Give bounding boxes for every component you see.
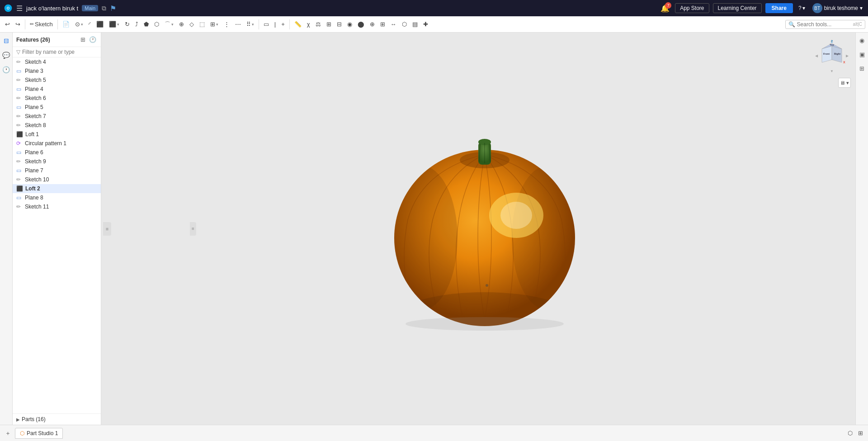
sweep-button[interactable]: ⤴ — [133, 19, 141, 29]
feature-panel-collapse[interactable]: ≡ — [190, 222, 196, 236]
help-button[interactable]: ? ▾ — [797, 3, 807, 13]
share-button[interactable]: Share — [765, 3, 793, 13]
sketch-button[interactable]: ✏ Sketch — [28, 19, 55, 29]
display-mode-button[interactable]: 🖥 ▾ — [838, 78, 851, 88]
feature-label-loft1: Loft 1 — [25, 131, 39, 138]
measure-button[interactable]: 📏 — [292, 19, 304, 29]
dimension-button[interactable]: ⬛ — [94, 19, 106, 29]
extend-face-button[interactable]: ▤ — [410, 19, 420, 29]
bottom-bar-icon-left[interactable]: ⬡ — [846, 428, 854, 438]
offset-button[interactable]: ⬚ — [197, 19, 207, 29]
loft-button[interactable]: ⬟ — [142, 19, 151, 29]
canvas-area[interactable]: ▲ ▼ ◀ ▶ Top Front Right X Z — [101, 33, 868, 425]
notification-badge: 7 — [665, 2, 671, 9]
feature-item-loft1[interactable]: ⬛Loft 1 — [13, 130, 101, 139]
bottom-bar-icon-right[interactable]: ⊞ — [857, 428, 864, 438]
feature-label-plane4: Plane 4 — [25, 86, 43, 92]
display-toggle[interactable]: ⊟ — [335, 19, 344, 29]
feature-item-sketch4[interactable]: ✏Sketch 4 — [13, 57, 101, 66]
feature-item-circular1[interactable]: ⟳Circular pattern 1 — [13, 139, 101, 148]
right-panel-icon-3[interactable]: ⊞ — [858, 63, 866, 74]
feature-item-plane8[interactable]: ▭Plane 8 — [13, 193, 101, 202]
doc-title[interactable]: jack o'lantern biruk t — [26, 5, 78, 12]
replace-face-button[interactable]: ↔ — [388, 19, 399, 29]
arc-tool-button[interactable]: ◜ — [86, 19, 93, 29]
topbar: O ☰ jack o'lantern biruk t Main ⧉ ⚑ 🔔 7 … — [0, 0, 868, 16]
svg-point-17 — [486, 284, 488, 287]
feature-item-plane6[interactable]: ▭Plane 6 — [13, 148, 101, 157]
right-panel-icon-2[interactable]: ▣ — [858, 49, 867, 60]
point-button[interactable]: + — [279, 19, 287, 29]
linear-pattern-button[interactable]: ⠿ — [244, 19, 256, 29]
feature-panel-history[interactable]: 🕐 — [88, 35, 97, 44]
history-icon[interactable]: 🕐 — [0, 64, 12, 75]
circle-tool-button[interactable]: ⊙ — [73, 19, 85, 29]
pumpkin-model — [376, 125, 593, 333]
logo[interactable]: O — [4, 4, 13, 13]
axis-button[interactable]: | — [272, 19, 278, 29]
search-shortcut: alt|C — [853, 22, 862, 27]
feature-item-plane4[interactable]: ▭Plane 4 — [13, 85, 101, 94]
move-face-button[interactable]: ⊞ — [378, 19, 387, 29]
revolve-button[interactable]: ↻ — [123, 19, 132, 29]
feature-item-plane3[interactable]: ▭Plane 3 — [13, 66, 101, 76]
feature-label-sketch11: Sketch 11 — [25, 204, 49, 210]
feature-label-sketch4: Sketch 4 — [25, 59, 46, 65]
3dfit-button[interactable]: ⋯ — [233, 19, 243, 29]
feature-item-sketch11[interactable]: ✏Sketch 11 — [13, 202, 101, 211]
features-icon[interactable]: ⊟ — [2, 35, 11, 46]
feature-item-sketch6[interactable]: ✏Sketch 6 — [13, 94, 101, 103]
extrude-button[interactable]: ⬛ — [107, 19, 122, 29]
boolean-button[interactable]: ⊕ — [177, 19, 186, 29]
plane-button[interactable]: ▭ — [261, 19, 271, 29]
feature-item-plane5[interactable]: ▭Plane 5 — [13, 103, 101, 112]
user-menu-button[interactable]: BT biruk teshome ▾ — [811, 1, 864, 15]
redo-button[interactable]: ↪ — [13, 19, 23, 29]
shell-button[interactable]: ⬡ — [152, 19, 161, 29]
notifications-button[interactable]: 🔔 7 — [659, 2, 671, 14]
feature-item-sketch5[interactable]: ✏Sketch 5 — [13, 76, 101, 85]
feature-panel-header: Features (26) ⊞ 🕐 — [13, 33, 101, 47]
draft-button[interactable]: ◇ — [187, 19, 196, 29]
search-tools-input[interactable] — [797, 21, 851, 28]
right-panel-icon-1[interactable]: ◉ — [858, 35, 866, 46]
transform-button[interactable]: ⊞ — [208, 19, 221, 29]
tab-icon: ⬡ — [20, 430, 24, 436]
helix-button[interactable]: ⋮ — [222, 19, 232, 29]
feature-panel-grid-view[interactable]: ⊞ — [80, 35, 86, 44]
doc-copy-icon[interactable]: ⧉ — [102, 5, 106, 12]
pin-icon[interactable]: ⚑ — [110, 4, 116, 13]
panel-expand-icon[interactable]: ≡ — [103, 222, 111, 236]
feature-item-sketch10[interactable]: ✏Sketch 10 — [13, 175, 101, 184]
part-studio-tab[interactable]: ⬡ Part Studio 1 — [15, 428, 63, 439]
svg-text:◀: ◀ — [815, 54, 818, 58]
select-mode-button[interactable]: ⊞ — [324, 19, 334, 29]
appstore-button[interactable]: App Store — [675, 3, 709, 13]
add-tab-button[interactable]: ＋ — [4, 428, 12, 439]
learning-center-button[interactable]: Learning Center — [713, 3, 762, 13]
fillet-button[interactable]: ⌒ — [162, 19, 176, 30]
appearance-button[interactable]: ◉ — [345, 19, 354, 29]
feature-item-sketch7[interactable]: ✏Sketch 7 — [13, 112, 101, 121]
hollow-button[interactable]: ⬡ — [400, 19, 409, 29]
feature-item-sketch8[interactable]: ✏Sketch 8 — [13, 121, 101, 130]
new-button[interactable]: 📄 — [60, 19, 72, 29]
search-toolbar: 🔍 alt|C — [785, 20, 865, 29]
feature-item-plane7[interactable]: ▭Plane 7 — [13, 166, 101, 175]
feature-item-sketch9[interactable]: ✏Sketch 9 — [13, 157, 101, 166]
mass-props-button[interactable]: ⚖ — [313, 19, 323, 29]
undo-button[interactable]: ↩ — [3, 19, 12, 29]
parts-section[interactable]: ▶ Parts (16) — [13, 413, 101, 425]
comments-icon[interactable]: 💬 — [0, 50, 12, 61]
explode-button[interactable]: ⊕ — [368, 19, 377, 29]
feature-label-sketch7: Sketch 7 — [25, 113, 46, 119]
render-button[interactable]: ⬤ — [355, 19, 367, 29]
right-panel-icons: ◉ ▣ ⊞ — [855, 33, 868, 425]
crosssection-button[interactable]: ✚ — [421, 19, 430, 29]
branch-tag[interactable]: Main — [82, 5, 98, 11]
feature-item-loft2[interactable]: ⬛Loft 2 — [13, 184, 101, 193]
hamburger-menu[interactable]: ☰ — [16, 4, 23, 13]
view-cube[interactable]: ▲ ▼ ◀ ▶ Top Front Right X Z — [814, 38, 850, 74]
variable-button[interactable]: χ — [305, 19, 312, 29]
feature-filter-input[interactable] — [22, 49, 97, 55]
